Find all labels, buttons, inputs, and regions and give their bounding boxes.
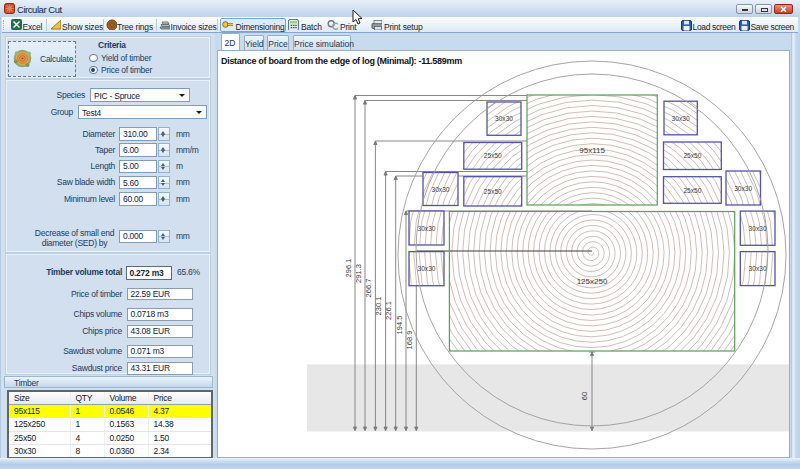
svg-text:25x50: 25x50 bbox=[683, 152, 701, 159]
svg-text:30x30: 30x30 bbox=[432, 186, 450, 193]
svg-text:168.9: 168.9 bbox=[405, 331, 414, 350]
svg-text:60: 60 bbox=[580, 392, 589, 400]
svg-text:226.1: 226.1 bbox=[384, 301, 393, 320]
svg-text:30x30: 30x30 bbox=[734, 185, 752, 192]
svg-text:291.3: 291.3 bbox=[354, 264, 363, 283]
svg-text:194.5: 194.5 bbox=[395, 316, 404, 335]
svg-text:30x30: 30x30 bbox=[418, 225, 436, 232]
svg-text:296.1: 296.1 bbox=[344, 259, 353, 278]
svg-text:30x30: 30x30 bbox=[749, 225, 767, 232]
svg-text:266.7: 266.7 bbox=[364, 279, 373, 298]
svg-text:125x250: 125x250 bbox=[577, 277, 608, 286]
svg-text:30x30: 30x30 bbox=[672, 115, 690, 122]
svg-text:30x30: 30x30 bbox=[749, 265, 767, 272]
svg-text:30x30: 30x30 bbox=[418, 265, 436, 272]
svg-text:25x50: 25x50 bbox=[683, 187, 701, 194]
svg-text:95x115: 95x115 bbox=[579, 146, 605, 155]
svg-text:25x50: 25x50 bbox=[484, 188, 502, 195]
svg-text:25x50: 25x50 bbox=[484, 152, 502, 159]
svg-text:230.1: 230.1 bbox=[374, 297, 383, 316]
svg-text:30x30: 30x30 bbox=[495, 115, 513, 122]
